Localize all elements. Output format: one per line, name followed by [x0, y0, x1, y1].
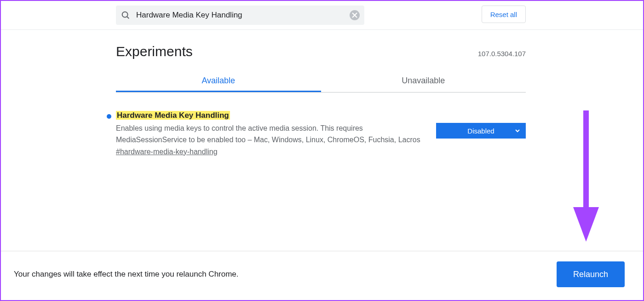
page-title: Experiments — [116, 44, 193, 59]
svg-point-0 — [122, 12, 128, 17]
search-input[interactable] — [135, 10, 350, 20]
flag-description: Enables using media keys to control the … — [116, 123, 427, 146]
flag-state-value: Disabled — [467, 127, 494, 135]
content: Experiments 107.0.5304.107 Available Una… — [1, 30, 643, 156]
footer-message: Your changes will take effect the next t… — [14, 270, 239, 279]
search-box[interactable] — [116, 6, 364, 25]
reset-all-button[interactable]: Reset all — [482, 6, 526, 23]
footer-bar: Your changes will take effect the next t… — [1, 251, 643, 300]
topbar: Reset all — [1, 1, 643, 30]
tab-available[interactable]: Available — [116, 69, 321, 92]
flag-title: Hardware Media Key Handling — [116, 111, 230, 120]
relaunch-button[interactable]: Relaunch — [557, 261, 625, 287]
flag-state-select[interactable]: Disabled — [436, 123, 526, 139]
clear-search-button[interactable] — [350, 10, 360, 20]
svg-marker-5 — [573, 207, 599, 242]
svg-line-1 — [127, 17, 129, 18]
search-icon — [121, 10, 131, 20]
tabs: Available Unavailable — [116, 69, 526, 93]
close-icon — [352, 12, 357, 18]
version-label: 107.0.5304.107 — [478, 50, 526, 58]
modified-dot-icon — [107, 114, 111, 119]
chevron-down-icon — [515, 128, 520, 133]
flag-row: Hardware Media Key Handling Enables usin… — [116, 111, 526, 156]
tab-unavailable[interactable]: Unavailable — [321, 69, 526, 92]
flag-hash-link[interactable]: #hardware-media-key-handling — [116, 148, 218, 156]
